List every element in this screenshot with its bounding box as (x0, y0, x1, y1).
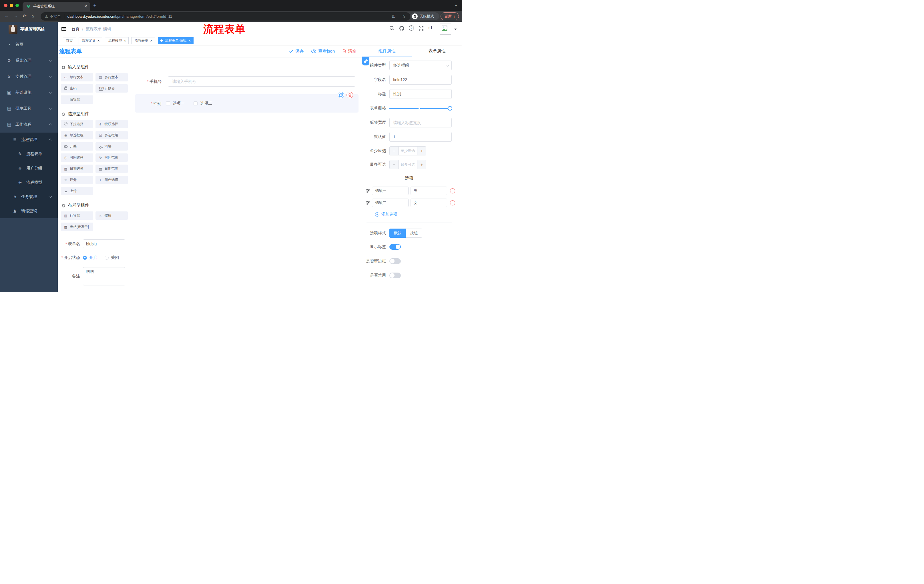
sidebar-item-infra[interactable]: ▣基础设施 (0, 85, 58, 100)
drag-handle-icon[interactable] (366, 201, 370, 205)
browser-tab[interactable]: 芋道管理系统 ✕ (23, 2, 90, 11)
tag-close-icon[interactable]: ✕ (150, 39, 152, 43)
sidebar-item-process-form[interactable]: ✎流程表单 (0, 147, 58, 161)
view-json-button[interactable]: 查看json (311, 49, 335, 54)
slider-handle[interactable] (448, 106, 452, 110)
tag-home[interactable]: 首页 (63, 37, 76, 44)
component-switch[interactable]: 开关 (61, 142, 93, 151)
form-canvas[interactable]: 手机号 性别 选项一 选项二 (131, 58, 361, 292)
search-icon[interactable] (389, 26, 394, 31)
add-option-button[interactable]: + 添加选项 (375, 212, 457, 217)
option2-value-input[interactable] (411, 199, 447, 207)
save-button[interactable]: 保存 (289, 49, 304, 54)
clear-button[interactable]: 清空 (342, 49, 356, 54)
component-multi-line-text[interactable]: ▤多行文本 (96, 73, 128, 81)
reload-icon[interactable]: ⟳ (23, 13, 26, 18)
sidebar-item-workflow[interactable]: ▤工作流程 (0, 117, 58, 133)
sidebar-logo[interactable]: 芋道管理系统 (0, 22, 58, 36)
show-label-toggle[interactable] (389, 244, 401, 250)
tag-close-icon[interactable]: ✕ (97, 39, 100, 43)
component-select[interactable]: 下拉选择 (61, 120, 93, 128)
github-icon[interactable] (399, 26, 404, 31)
traffic-light-minimize[interactable] (10, 4, 13, 7)
label-width-input[interactable] (389, 118, 452, 127)
component-time-range[interactable]: ↻时间范围 (96, 153, 128, 162)
status-radio-off[interactable]: 关闭 (105, 255, 119, 260)
back-icon[interactable]: ← (5, 13, 9, 18)
component-counter[interactable]: 123计数器 (96, 84, 128, 92)
update-button[interactable]: 更新 ⋮ (441, 12, 459, 20)
disabled-toggle[interactable] (389, 273, 401, 278)
delete-component-button[interactable] (346, 92, 353, 98)
help-question-icon[interactable]: ? (409, 25, 414, 31)
tab-search-chevron-icon[interactable]: ⌄ (455, 3, 457, 7)
tab-close-icon[interactable]: ✕ (84, 4, 87, 8)
sidebar-item-devtools[interactable]: ▤研发工具 (0, 100, 58, 117)
component-slider[interactable]: 滑块 (96, 142, 128, 151)
stepper-plus-button[interactable]: + (417, 146, 426, 155)
tab-component-props[interactable]: 组件属性 (362, 45, 412, 57)
component-date-range[interactable]: ▦日期范围 (96, 165, 128, 173)
tag-process-form-edit[interactable]: 流程表单-编辑✕ (158, 37, 193, 44)
remove-option-button[interactable]: − (450, 200, 455, 206)
sidebar-toggle-hamburger-icon[interactable] (61, 27, 66, 31)
stepper-plus-button[interactable]: + (417, 160, 426, 169)
sidebar-item-process-model[interactable]: ✈流程模型 (0, 175, 58, 190)
min-select-stepper[interactable]: − 至少应选 + (389, 146, 426, 155)
with-border-toggle[interactable] (389, 258, 401, 264)
form-name-input[interactable] (83, 239, 125, 248)
selected-component-gender[interactable]: 性别 选项一 选项二 (135, 94, 358, 113)
tag-process-form[interactable]: 流程表单✕ (131, 37, 155, 44)
option1-value-input[interactable] (411, 187, 447, 195)
component-editor[interactable]: 编辑器 (61, 95, 93, 104)
style-default-button[interactable]: 默认 (389, 229, 406, 238)
component-row-container[interactable]: ▥行容器 (61, 211, 93, 220)
component-single-line-text[interactable]: ▭单行文本 (61, 73, 93, 81)
remove-option-button[interactable]: − (450, 188, 455, 193)
breadcrumb-home[interactable]: 首页 (71, 26, 79, 32)
tag-process-definition[interactable]: 流程定义✕ (79, 37, 102, 44)
traffic-light-zoom[interactable] (15, 4, 19, 7)
tag-process-model[interactable]: 流程模型✕ (105, 37, 129, 44)
gender-option1-checkbox[interactable]: 选项一 (166, 101, 185, 106)
sidebar-item-user-group[interactable]: ☺用户分组 (0, 161, 58, 175)
drag-handle-icon[interactable] (366, 189, 370, 193)
component-checkbox-group[interactable]: ☑多选框组 (96, 131, 128, 140)
browser-menu-dots-icon[interactable]: ⋮ (452, 14, 456, 18)
component-rate[interactable]: ☆评分 (61, 176, 93, 184)
bookmark-star-icon[interactable]: ☆ (402, 14, 406, 18)
form-remark-textarea[interactable]: 嘿嘿 (83, 267, 125, 285)
sidebar-item-home[interactable]: ◔首页 (0, 36, 58, 53)
sidebar-item-system[interactable]: ⚙系统管理 (0, 53, 58, 69)
new-tab-button[interactable]: + (93, 2, 96, 8)
tab-form-props[interactable]: 表单属性 (412, 45, 462, 57)
option1-label-input[interactable] (372, 187, 409, 195)
avatar[interactable] (440, 23, 451, 35)
sidebar-item-process-mgmt[interactable]: ≣流程管理 (0, 133, 58, 147)
option2-label-input[interactable] (372, 199, 409, 207)
component-radio-group[interactable]: ◉单选框组 (61, 131, 93, 140)
component-type-select[interactable]: 多选框组 (389, 61, 452, 70)
avatar-caret-icon[interactable] (454, 29, 457, 31)
title-input[interactable] (389, 89, 452, 99)
default-value-input[interactable] (389, 132, 452, 142)
component-cascader[interactable]: ⋔级联选择 (96, 120, 128, 128)
sidebar-item-leave-query[interactable]: ♟请假查询 (0, 204, 58, 218)
component-date-picker[interactable]: ▦日期选择 (61, 165, 93, 173)
component-upload[interactable]: ☁上传 (61, 187, 93, 195)
sidebar-item-payment[interactable]: ¥支付管理 (0, 69, 58, 85)
tag-close-icon[interactable]: ✕ (188, 39, 191, 43)
fullscreen-icon[interactable] (419, 26, 424, 31)
component-color-picker[interactable]: ◐颜色选择 (96, 176, 128, 184)
copy-component-button[interactable] (338, 92, 344, 98)
field-name-input[interactable] (389, 75, 452, 85)
forward-icon[interactable]: → (14, 13, 18, 18)
component-table[interactable]: ▦表格[开发中] (61, 222, 93, 231)
status-radio-on[interactable]: 开启 (83, 255, 97, 260)
traffic-light-close[interactable] (4, 4, 7, 7)
style-button-button[interactable]: 按钮 (406, 229, 422, 238)
gender-option2-checkbox[interactable]: 选项二 (193, 101, 212, 106)
component-time-picker[interactable]: ◷时间选择 (61, 153, 93, 162)
address-bar[interactable]: ⚠ 不安全 dashboard.yudao.iocoder.cn/bpm/man… (41, 12, 410, 21)
sidebar-item-task-mgmt[interactable]: ⋔任务管理 (0, 190, 58, 204)
